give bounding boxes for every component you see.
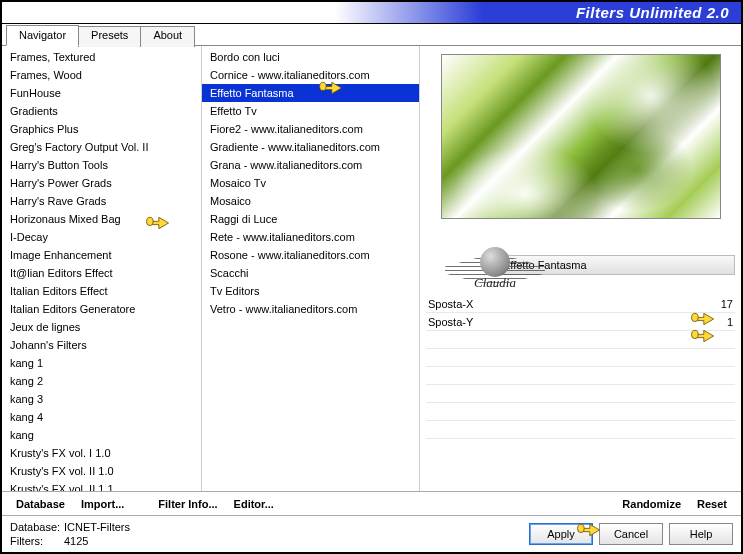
tab-presets[interactable]: Presets [78,26,141,47]
list-item[interactable]: It@lian Editors Effect [2,264,201,282]
list-item[interactable]: Rete - www.italianeditors.com [202,228,419,246]
reset-button[interactable]: Reset [689,496,735,512]
list-item[interactable]: Effetto Tv [202,102,419,120]
param-row-empty [426,331,735,349]
param-label: Sposta-X [428,298,518,310]
tab-about[interactable]: About [140,26,195,47]
list-item[interactable]: Scacchi [202,264,419,282]
list-item[interactable]: Greg's Factory Output Vol. II [2,138,201,156]
list-item[interactable]: Krusty's FX vol. II 1.0 [2,462,201,480]
list-item[interactable]: Tv Editors [202,282,419,300]
randomize-button[interactable]: Randomize [614,496,689,512]
param-row: Sposta-X17 [426,295,735,313]
list-item[interactable]: Italian Editors Effect [2,282,201,300]
list-item[interactable]: Effetto Fantasma [202,84,419,102]
status-bar: Database:ICNET-Filters Filters:4125 Appl… [2,515,741,551]
parameter-panel: Sposta-X17Sposta-Y1 [426,295,735,439]
list-item[interactable]: Raggi di Luce [202,210,419,228]
tab-navigator[interactable]: Navigator [6,25,79,46]
list-item[interactable]: Italian Editors Generatore [2,300,201,318]
list-item[interactable]: Gradients [2,102,201,120]
list-item[interactable]: Rosone - www.italianeditors.com [202,246,419,264]
watermark-text: Claudia [445,275,545,291]
list-item[interactable]: kang 1 [2,354,201,372]
list-item[interactable]: kang [2,426,201,444]
list-item[interactable]: Mosaico [202,192,419,210]
title-bar: Filters Unlimited 2.0 [2,2,741,24]
list-item[interactable]: Johann's Filters [2,336,201,354]
list-item[interactable]: Grana - www.italianeditors.com [202,156,419,174]
cancel-button[interactable]: Cancel [599,523,663,545]
status-info: Database:ICNET-Filters Filters:4125 [10,520,130,548]
category-list[interactable]: Frames, TexturedFrames, WoodFunHouseGrad… [2,46,201,491]
list-item[interactable]: Frames, Textured [2,48,201,66]
list-item[interactable]: Graphics Plus [2,120,201,138]
list-item[interactable]: Horizonaus Mixed Bag [2,210,201,228]
db-value: ICNET-Filters [64,521,130,533]
param-value: 1 [709,316,733,328]
filters-label: Filters: [10,534,64,548]
list-item[interactable]: Cornice - www.italianeditors.com [202,66,419,84]
preview-image [441,54,721,219]
list-item[interactable]: Image Enhancement [2,246,201,264]
filter-info-button[interactable]: Filter Info... [150,496,225,512]
filters-count: 4125 [64,535,88,547]
action-bar: Database Import... Filter Info... Editor… [2,491,741,515]
param-row-empty [426,367,735,385]
database-button[interactable]: Database [8,496,73,512]
editor-button[interactable]: Editor... [226,496,282,512]
apply-button[interactable]: Apply [529,523,593,545]
list-item[interactable]: I-Decay [2,228,201,246]
list-item[interactable]: Harry's Rave Grads [2,192,201,210]
app-title: Filters Unlimited 2.0 [576,4,729,21]
param-row-empty [426,403,735,421]
list-item[interactable]: Harry's Button Tools [2,156,201,174]
import-button[interactable]: Import... [73,496,132,512]
list-item[interactable]: Krusty's FX vol. II 1.1 [2,480,201,491]
help-button[interactable]: Help [669,523,733,545]
list-item[interactable]: Mosaico Tv [202,174,419,192]
list-item[interactable]: kang 2 [2,372,201,390]
param-row-empty [426,349,735,367]
list-item[interactable]: kang 4 [2,408,201,426]
watermark-logo: Claudia [445,245,545,295]
param-row: Sposta-Y1 [426,313,735,331]
list-item[interactable]: Krusty's FX vol. I 1.0 [2,444,201,462]
list-item[interactable]: kang 3 [2,390,201,408]
list-item[interactable]: FunHouse [2,84,201,102]
param-value: 17 [709,298,733,310]
list-item[interactable]: Gradiente - www.italianeditors.com [202,138,419,156]
tab-strip: Navigator Presets About [2,24,741,46]
list-item[interactable]: Frames, Wood [2,66,201,84]
db-label: Database: [10,520,64,534]
list-item[interactable]: Vetro - www.italianeditors.com [202,300,419,318]
list-item[interactable]: Bordo con luci [202,48,419,66]
param-label: Sposta-Y [428,316,518,328]
list-item[interactable]: Jeux de lignes [2,318,201,336]
list-item[interactable]: Fiore2 - www.italianeditors.com [202,120,419,138]
param-row-empty [426,421,735,439]
filter-list[interactable]: Bordo con luciCornice - www.italianedito… [202,46,419,491]
param-row-empty [426,385,735,403]
list-item[interactable]: Harry's Power Grads [2,174,201,192]
